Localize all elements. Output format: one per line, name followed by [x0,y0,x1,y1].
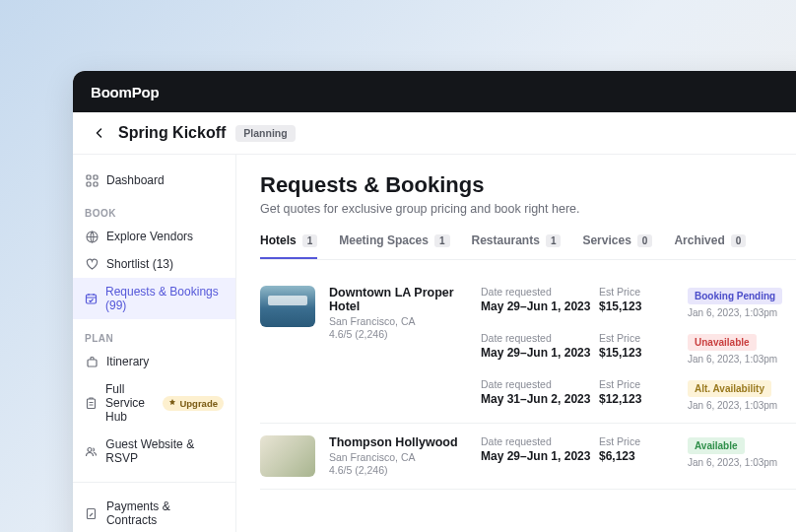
sidebar-item-label: Full Service Hub [105,382,155,424]
date-requested-label: Date requested [481,378,599,390]
quote-row[interactable]: Date requestedMay 29–Jun 1, 2023Est Pric… [481,332,796,365]
sidebar-section-plan: PLAN [73,319,235,348]
heart-icon [85,257,99,271]
hotel-name[interactable]: Downtown LA Proper Hotel [329,286,467,313]
est-price-value: $6,123 [599,449,688,463]
quote-rows: Date requestedMay 29–Jun 1, 2023Est Pric… [481,435,796,477]
sidebar-item-explore-vendors[interactable]: Explore Vendors [73,223,235,250]
suitcase-icon [85,355,99,368]
svg-rect-2 [87,182,91,186]
tab-count: 0 [731,234,747,247]
hotel-thumbnail[interactable] [260,286,315,327]
status-date: Jan 6, 2023, 1:03pm [688,307,796,318]
dashboard-icon [85,173,99,187]
svg-rect-9 [88,508,96,518]
tab-count: 1 [546,234,562,247]
est-price-label: Est Price [599,332,688,344]
est-price-value: $15,123 [599,299,688,313]
sidebar-item-label: Requests & Bookings (99) [105,285,224,312]
date-requested-label: Date requested [481,332,599,344]
status-badge: Alt. Availability [688,380,771,397]
sidebar-section-book: BOOK [73,194,235,223]
status-date: Jan 6, 2023, 1:03pm [688,354,796,365]
hotel-rating: 4.6/5 (2,246) [329,464,467,476]
date-requested-label: Date requested [481,435,599,447]
sidebar-item-label: Itinerary [106,355,149,368]
quote-row[interactable]: Date requestedMay 29–Jun 1, 2023Est Pric… [481,435,796,468]
sidebar-item-shortlist[interactable]: Shortlist (13) [73,250,235,278]
sidebar-item-payments[interactable]: Payments & Contracts [73,493,235,532]
main-content: Requests & Bookings Get quotes for exclu… [236,155,796,532]
est-price-value: $15,123 [599,346,688,360]
tab-label: Hotels [260,233,297,247]
tab-services[interactable]: Services 0 [582,233,652,259]
status-date: Jan 6, 2023, 1:03pm [688,457,796,468]
tab-count: 1 [302,234,318,247]
event-status-badge: Planning [235,125,295,142]
hotel-rating: 4.6/5 (2,246) [329,328,467,340]
upgrade-badge[interactable]: Upgrade [163,396,224,411]
sidebar-item-label: Guest Website & RSVP [105,437,224,465]
sidebar-item-label: Explore Vendors [106,230,193,243]
users-icon [85,444,98,458]
date-requested-value: May 29–Jun 1, 2023 [481,449,599,463]
booking-block: Thompson HollywoodSan Francisco, CA4.6/5… [260,424,796,490]
date-requested-value: May 29–Jun 1, 2023 [481,299,599,313]
status-badge: Available [688,437,745,454]
app-window: BoomPop Spring Kickoff Planning Dashboar… [73,71,796,532]
sidebar-item-requests-bookings[interactable]: Requests & Bookings (99) [73,278,235,319]
svg-rect-1 [94,175,98,179]
sidebar-item-dashboard[interactable]: Dashboard [73,166,235,194]
brand-logo: BoomPop [91,84,159,100]
hotel-thumbnail[interactable] [260,435,315,477]
page-title: Requests & Bookings [260,172,796,198]
quote-row[interactable]: Date requestedMay 31–Jun 2, 2023Est Pric… [481,378,796,411]
est-price-label: Est Price [599,378,688,390]
calendar-check-icon [85,292,98,305]
tab-meeting-spaces[interactable]: Meeting Spaces 1 [339,233,449,259]
svg-rect-7 [88,399,96,409]
sidebar-item-guest-website[interactable]: Guest Website & RSVP [73,431,235,472]
hotel-location: San Francisco, CA [329,451,467,463]
sidebar-item-full-service-hub[interactable]: Full Service Hub Upgrade [73,375,235,431]
quote-rows: Date requestedMay 29–Jun 1, 2023Est Pric… [481,286,796,411]
sidebar-item-label: Dashboard [106,173,165,187]
sidebar-divider [73,482,235,483]
est-price-value: $12,123 [599,392,688,406]
tab-label: Meeting Spaces [339,233,429,247]
date-requested-value: May 31–Jun 2, 2023 [481,392,599,406]
tab-label: Restaurants [472,233,540,247]
bookings-list: Downtown LA Proper HotelSan Francisco, C… [260,274,796,490]
hotel-meta: Thompson HollywoodSan Francisco, CA4.6/5… [329,435,467,477]
quote-row[interactable]: Date requestedMay 29–Jun 1, 2023Est Pric… [481,286,796,318]
tab-restaurants[interactable]: Restaurants 1 [472,233,562,259]
date-requested-label: Date requested [481,286,599,298]
hotel-name[interactable]: Thompson Hollywood [329,435,467,449]
est-price-label: Est Price [599,286,688,298]
status-badge: Unavailable [688,334,757,351]
date-requested-value: May 29–Jun 1, 2023 [481,346,599,360]
back-button[interactable] [91,124,108,142]
status-badge: Booking Pending [688,288,782,304]
tab-hotels[interactable]: Hotels 1 [260,233,317,259]
tab-archived[interactable]: Archived 0 [674,233,746,259]
page-subtitle: Get quotes for exclusive group pricing a… [260,202,796,216]
event-header: Spring Kickoff Planning [73,112,796,155]
titlebar: BoomPop [73,71,796,112]
document-icon [85,506,99,520]
status-date: Jan 6, 2023, 1:03pm [688,400,796,411]
globe-icon [85,230,99,243]
svg-rect-3 [94,182,98,186]
svg-rect-0 [87,175,91,179]
sidebar: Dashboard BOOK Explore Vendors Shortlist… [73,155,236,532]
sidebar-item-itinerary[interactable]: Itinerary [73,348,235,375]
svg-point-8 [88,447,92,451]
hotel-meta: Downtown LA Proper HotelSan Francisco, C… [329,286,467,411]
hotel-location: San Francisco, CA [329,315,467,327]
sidebar-item-label: Payments & Contracts [106,499,224,527]
svg-rect-6 [88,360,97,366]
tab-label: Services [582,233,630,247]
tab-count: 0 [637,234,653,247]
booking-block: Downtown LA Proper HotelSan Francisco, C… [260,274,796,424]
clipboard-icon [85,396,98,410]
